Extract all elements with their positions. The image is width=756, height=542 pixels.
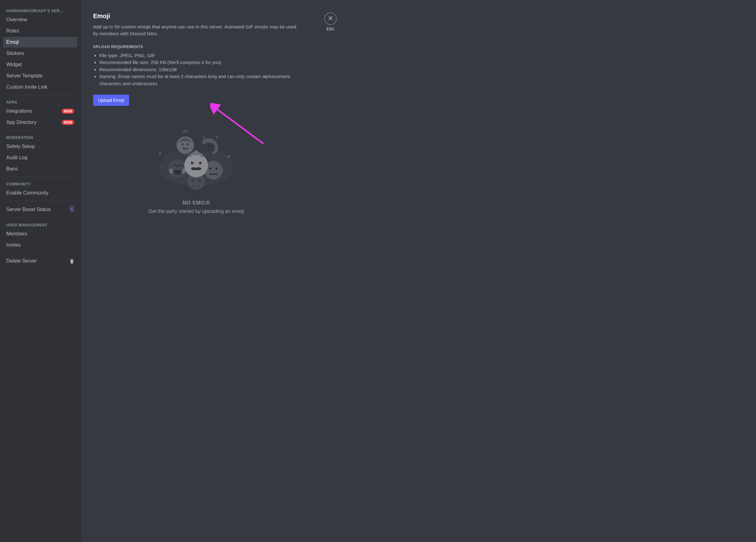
sidebar-item-server-template[interactable]: Server Template xyxy=(3,71,77,81)
sidebar-item-members[interactable]: Members xyxy=(3,229,77,239)
sidebar-item-label: Invites xyxy=(6,242,21,248)
sidebar-item-server-boost-status[interactable]: Server Boost Status xyxy=(3,204,77,215)
sidebar-item-invites[interactable]: Invites xyxy=(3,240,77,251)
sidebar-item-label: App Directory xyxy=(6,120,37,125)
sidebar-item-label: Widget xyxy=(6,62,22,67)
svg-point-28 xyxy=(199,162,201,164)
divider xyxy=(6,95,74,95)
empty-state: NO EMOJI Get the party started by upload… xyxy=(93,128,299,214)
sidebar-item-roles[interactable]: Roles xyxy=(3,26,77,36)
divider xyxy=(6,218,74,218)
sidebar-item-audit-log[interactable]: Audit Log xyxy=(3,152,77,163)
sidebar-item-label: Integrations xyxy=(6,108,32,114)
sidebar-item-label: Roles xyxy=(6,28,19,34)
sidebar-item-label: Emoji xyxy=(6,39,19,45)
trash-icon xyxy=(70,259,74,264)
divider xyxy=(93,115,299,116)
divider xyxy=(6,253,74,253)
svg-point-23 xyxy=(208,145,210,147)
community-header: COMMUNITY xyxy=(3,180,77,188)
requirement-item: Recommended dimensions: 108x108 xyxy=(99,66,299,73)
svg-point-14 xyxy=(209,168,211,170)
sidebar-item-label: Stickers xyxy=(6,51,24,56)
requirement-item: Naming: Emoji names must be at least 2 c… xyxy=(99,73,299,87)
sidebar-item-label: Overview xyxy=(6,17,27,22)
svg-point-4 xyxy=(230,162,231,163)
sidebar-item-integrations[interactable]: Integrations NEW xyxy=(3,106,77,117)
svg-point-8 xyxy=(197,179,201,182)
sidebar-item-delete-server[interactable]: Delete Server xyxy=(3,256,77,266)
divider xyxy=(6,201,74,201)
boost-icon xyxy=(70,206,74,213)
sidebar-user-management-group: Members Invites xyxy=(3,229,77,251)
sidebar-item-label: Bans xyxy=(6,166,17,172)
sidebar-item-label: Server Template xyxy=(6,73,42,79)
sidebar-core-group: Overview Roles Emoji Stickers Widget Ser… xyxy=(3,14,77,92)
svg-point-21 xyxy=(182,143,184,145)
sidebar-community-group: Enable Community xyxy=(3,188,77,198)
sidebar-apps-group: Integrations NEW App Directory NEW xyxy=(3,106,77,128)
sidebar-item-label: Audit Log xyxy=(6,155,27,161)
sidebar-item-overview[interactable]: Overview xyxy=(3,14,77,25)
esc-label: ESC xyxy=(326,27,335,31)
empty-emoji-illustration xyxy=(154,128,238,191)
close-column: ESC xyxy=(312,0,340,542)
close-button[interactable] xyxy=(324,12,337,25)
new-badge: NEW xyxy=(62,109,74,114)
upload-emoji-button[interactable]: Upload Emoji xyxy=(93,95,129,106)
upload-requirements-list: File type: JPEG, PNG, GIF Recommended fi… xyxy=(93,52,299,87)
server-name-header: HANNAHMACREADY'S SER... xyxy=(3,6,77,14)
sidebar-item-custom-invite-link[interactable]: Custom Invite Link xyxy=(3,82,77,92)
empty-state-description: Get the party started by uploading an em… xyxy=(93,209,299,214)
svg-point-27 xyxy=(191,162,193,164)
sidebar-item-label: Delete Server xyxy=(6,258,37,264)
page-title: Emoji xyxy=(93,12,299,20)
apps-header: APPS xyxy=(3,98,77,106)
settings-sidebar: HANNAHMACREADY'S SER... Overview Roles E… xyxy=(0,0,81,542)
svg-point-15 xyxy=(216,168,218,170)
sidebar-item-safety-setup[interactable]: Safety Setup xyxy=(3,141,77,152)
sidebar-item-enable-community[interactable]: Enable Community xyxy=(3,188,77,198)
sidebar-item-app-directory[interactable]: App Directory NEW xyxy=(3,117,77,128)
svg-point-22 xyxy=(187,143,189,145)
sidebar-item-bans[interactable]: Bans xyxy=(3,164,77,174)
close-icon xyxy=(328,16,333,22)
svg-point-26 xyxy=(194,151,199,156)
svg-point-24 xyxy=(212,145,214,147)
user-management-header: USER MANAGEMENT xyxy=(3,221,77,229)
sidebar-item-stickers[interactable]: Stickers xyxy=(3,48,77,59)
sidebar-item-label: Custom Invite Link xyxy=(6,84,47,90)
svg-point-7 xyxy=(191,179,195,182)
svg-point-0 xyxy=(71,208,73,210)
content-area: Emoji Add up to 50 custom emojis that an… xyxy=(81,0,756,542)
sidebar-item-label: Members xyxy=(6,231,27,237)
moderation-header: MODERATION xyxy=(3,133,77,141)
requirement-item: Recommended file size: 256 KB (We'll com… xyxy=(99,59,299,66)
svg-point-25 xyxy=(184,154,208,177)
sidebar-item-label: Safety Setup xyxy=(6,144,35,149)
empty-state-title: NO EMOJI xyxy=(93,200,299,206)
upload-requirements-header: UPLOAD REQUIREMENTS xyxy=(93,45,299,49)
sidebar-item-label: Enable Community xyxy=(6,190,48,196)
divider xyxy=(6,130,74,131)
sidebar-moderation-group: Safety Setup Audit Log Bans xyxy=(3,141,77,174)
sidebar-item-widget[interactable]: Widget xyxy=(3,59,77,70)
requirement-item: File type: JPEG, PNG, GIF xyxy=(99,52,299,59)
new-badge: NEW xyxy=(62,120,74,125)
sidebar-item-emoji[interactable]: Emoji xyxy=(3,37,77,47)
divider xyxy=(6,177,74,177)
svg-point-5 xyxy=(161,165,162,166)
page-description: Add up to 50 custom emojis that anyone c… xyxy=(93,23,299,37)
sidebar-item-label: Server Boost Status xyxy=(6,207,51,212)
